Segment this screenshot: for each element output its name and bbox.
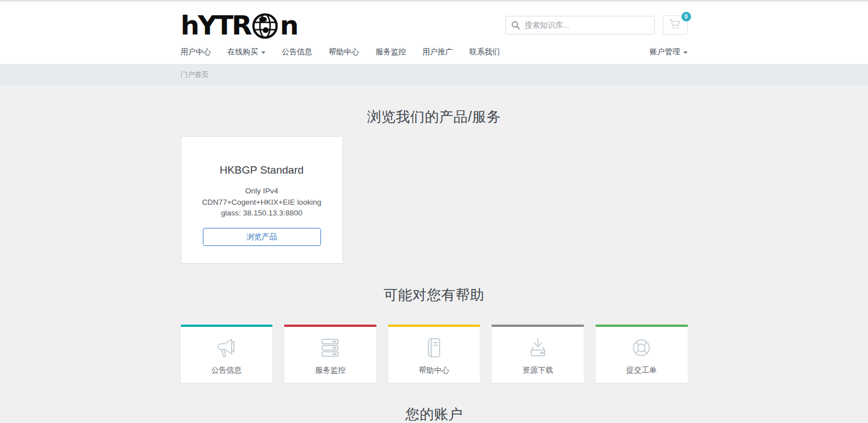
cart-button[interactable]: 0: [663, 15, 688, 35]
help-card-label: 服务监控: [315, 365, 345, 375]
portal-page: hYTR n: [0, 0, 868, 423]
help-card-label: 公告信息: [211, 365, 242, 375]
nav-item-label: 公告信息: [282, 47, 313, 57]
help-card-label: 资源下载: [523, 365, 553, 375]
main-nav: 用户中心 在线购买 公告信息 帮助中心 服务监控 用户推广 联系我们 账户管理: [0, 44, 868, 64]
help-card-announcements[interactable]: 公告信息: [181, 325, 273, 383]
product-title: HKBGP Standard: [192, 164, 332, 176]
section-heading-account: 您的账户: [181, 405, 688, 423]
browse-products-button[interactable]: 浏览产品: [203, 228, 321, 246]
nav-item-label: 在线购买: [228, 47, 258, 57]
nav-item-affiliates[interactable]: 用户推广: [423, 47, 453, 57]
breadcrumb-bar: 门户首页: [0, 64, 868, 85]
nav-item-server-status[interactable]: 服务监控: [376, 47, 406, 57]
section-heading-products: 浏览我们的产品/服务: [181, 107, 688, 126]
site-header: hYTR n: [0, 2, 868, 44]
chevron-down-icon: [261, 51, 266, 54]
nav-item-label: 用户中心: [181, 47, 211, 57]
help-card-grid: 公告信息 服务监控: [181, 325, 688, 383]
cart-icon: [669, 19, 681, 31]
product-desc-line: glass: 38.150.13.3:8800: [192, 208, 332, 219]
nav-item-label: 账户管理: [650, 47, 680, 57]
brand-text-right: n: [280, 12, 297, 38]
megaphone-icon: [214, 335, 240, 360]
product-card: HKBGP Standard Only IPv4 CDN77+Cogent+HK…: [181, 136, 343, 264]
product-description: Only IPv4 CDN77+Cogent+HKIX+EIE looking …: [192, 185, 332, 219]
nav-item-knowledgebase[interactable]: 帮助中心: [329, 47, 359, 57]
product-desc-line: Only IPv4: [192, 185, 332, 197]
brand-text-left: hYTR: [181, 12, 251, 38]
help-card-submit-ticket[interactable]: 提交工单: [596, 325, 688, 383]
help-card-label: 提交工单: [626, 365, 657, 375]
nav-item-contact[interactable]: 联系我们: [470, 47, 500, 57]
help-card-label: 帮助中心: [419, 365, 449, 375]
nav-item-label: 服务监控: [376, 47, 406, 57]
nav-item-announcements[interactable]: 公告信息: [282, 47, 313, 57]
nav-account-menu[interactable]: 账户管理: [650, 47, 688, 57]
help-card-server-status[interactable]: 服务监控: [284, 325, 376, 383]
book-icon: [421, 335, 447, 360]
nav-item-client-area[interactable]: 用户中心: [181, 47, 211, 57]
section-heading-help: 可能对您有帮助: [181, 286, 688, 304]
nav-item-label: 帮助中心: [329, 47, 359, 57]
search-icon: [511, 21, 520, 29]
chevron-down-icon: [683, 51, 688, 54]
breadcrumb[interactable]: 门户首页: [181, 71, 209, 79]
cart-count-badge: 0: [682, 12, 691, 21]
nav-item-store[interactable]: 在线购买: [228, 47, 266, 57]
download-icon: [525, 335, 551, 360]
brand-logo[interactable]: hYTR n: [181, 11, 297, 38]
kb-search-box: [505, 16, 655, 34]
life-ring-icon: [628, 335, 654, 360]
product-desc-line: CDN77+Cogent+HKIX+EIE looking: [192, 197, 332, 208]
server-icon: [317, 335, 343, 360]
help-card-knowledgebase[interactable]: 帮助中心: [388, 325, 480, 383]
nav-item-label: 用户推广: [423, 47, 453, 57]
globe-icon: [251, 12, 279, 40]
nav-item-label: 联系我们: [470, 47, 500, 57]
search-input[interactable]: [525, 21, 649, 29]
help-card-downloads[interactable]: 资源下载: [492, 325, 584, 383]
main-content: 浏览我们的产品/服务 HKBGP Standard Only IPv4 CDN7…: [181, 107, 688, 423]
